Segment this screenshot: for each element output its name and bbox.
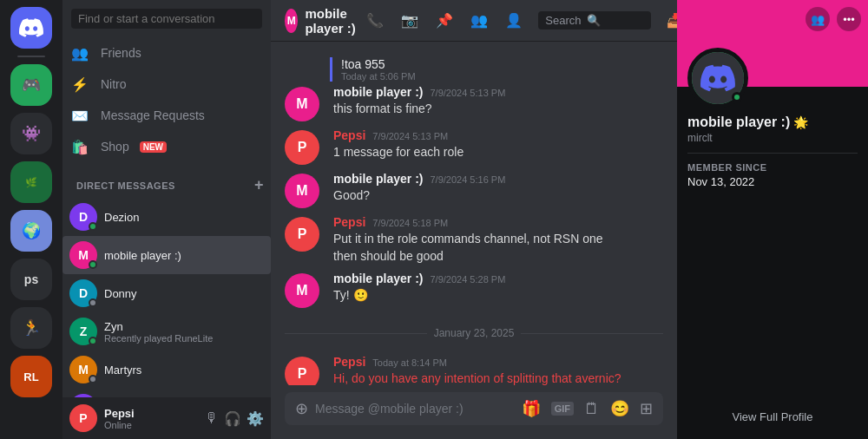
message-group-mobile-3: M mobile player :) 7/9/2024 5:28 PM Ty! …	[271, 270, 677, 310]
pin-icon[interactable]: 📌	[434, 10, 455, 31]
emoji-icon[interactable]: 😊	[610, 399, 629, 418]
msg-avatar-mobile-2: M	[285, 174, 319, 208]
search-box[interactable]: Search 🔍	[538, 11, 651, 29]
add-friends-icon[interactable]: 👤	[503, 10, 524, 31]
sticker-icon[interactable]: 🗒	[584, 400, 600, 418]
server-rail: 🎮 👾 🌿 🌍 ps 🏃 RL	[0, 0, 62, 439]
status-martyrs	[89, 375, 97, 383]
mute-button[interactable]: 🎙	[205, 410, 219, 427]
dm-user-dezion[interactable]: D Dezion	[62, 198, 271, 236]
server-icon-1[interactable]: 🎮	[10, 64, 52, 106]
shop-new-badge: NEW	[140, 141, 167, 153]
msg-ts-pepsi-1: 7/9/2024 5:13 PM	[372, 131, 448, 141]
zyn-sub: Recently played RuneLite	[104, 333, 213, 344]
msg-text-pepsi-2a: Put it in the role commands channel, not…	[333, 231, 663, 248]
nav-friends[interactable]: 👥 Friends	[62, 37, 271, 69]
member-since-label: Member Since	[687, 162, 858, 173]
self-avatar: P	[69, 404, 97, 432]
find-conversation-input[interactable]	[71, 9, 262, 29]
messages-container: !toa 955 Today at 5:06 PM M mobile playe…	[271, 42, 677, 385]
message-group-mobile-2: M mobile player :) 7/9/2024 5:16 PM Good…	[271, 170, 677, 210]
avatar-zyn: Z	[69, 318, 97, 345]
add-dm-button[interactable]: +	[254, 176, 264, 194]
avatar-dezion: D	[69, 203, 97, 231]
msg-avatar-mobile: M	[285, 87, 319, 121]
view-full-profile-button[interactable]: View Full Profile	[687, 405, 858, 429]
profile-banner: 👥 •••	[677, 0, 868, 87]
friends-icon: 👥	[69, 43, 90, 63]
msg-ts-mobile-2: 7/9/2024 5:16 PM	[430, 174, 505, 185]
dm-section-header: DIRECT MESSAGES +	[62, 162, 271, 198]
status-donny	[89, 298, 97, 307]
avatar-tide: T	[69, 394, 97, 397]
user-panel: P Pepsi Online 🎙 🎧 ⚙️	[62, 397, 271, 439]
profile-overflow-menu[interactable]: •••	[837, 7, 861, 31]
gift-icon[interactable]: 🎁	[522, 399, 541, 418]
msg-author-pepsi-2: Pepsi	[333, 215, 365, 229]
gif-button[interactable]: GIF	[551, 402, 574, 416]
inbox-icon[interactable]: 📥	[665, 10, 677, 31]
avatar-martyrs: M	[69, 356, 97, 383]
profile-more-options[interactable]: 👥	[806, 7, 830, 31]
status-mobile-player	[89, 260, 97, 269]
dm-sidebar: 👥 Friends ⚡ Nitro ✉️ Message Requests 🛍️…	[62, 0, 271, 439]
msg-avatar-mobile-3: M	[285, 273, 319, 308]
server-icon-2[interactable]: 👾	[10, 113, 52, 154]
settings-button[interactable]: ⚙️	[247, 410, 264, 427]
username-zyn: Zyn	[104, 320, 213, 333]
msg-ts-pepsi-2: 7/9/2024 5:18 PM	[372, 218, 448, 228]
message-requests-icon: ✉️	[69, 105, 90, 126]
chat-area: M mobile player :) 📞 📷 📌 👥 👤 Search 🔍 📥 …	[271, 0, 677, 439]
server-icon-3[interactable]: 🌿	[10, 161, 52, 203]
server-icon-6[interactable]: 🏃	[10, 307, 52, 349]
profile-panel: 👥 ••• mobile player :) 🌟 mirclt Member S…	[677, 0, 868, 439]
deafen-button[interactable]: 🎧	[224, 410, 241, 427]
members-icon[interactable]: 👥	[469, 10, 490, 31]
status-dezion	[89, 222, 97, 231]
profile-display-name: mobile player :) 🌟	[687, 115, 858, 130]
server-icon-5[interactable]: ps	[10, 259, 52, 300]
msg-author-mobile: mobile player :)	[333, 85, 423, 99]
nav-nitro[interactable]: ⚡ Nitro	[62, 69, 271, 100]
phone-icon[interactable]: 📞	[365, 10, 385, 31]
nav-message-requests[interactable]: ✉️ Message Requests	[62, 100, 271, 131]
message-group-pepsi-1: P Pepsi 7/9/2024 5:13 PM 1 message for e…	[271, 127, 677, 167]
msg-ts-1: 7/9/2024 5:13 PM	[430, 88, 505, 98]
video-icon[interactable]: 📷	[399, 10, 420, 31]
msg-text-pepsi-1: 1 message for each role	[333, 144, 663, 161]
add-message-button[interactable]: ⊕	[295, 399, 308, 418]
toa-command: !toa 955	[341, 57, 416, 71]
discord-home-button[interactable]	[10, 7, 52, 49]
apps-icon[interactable]: ⊞	[640, 399, 653, 418]
nav-shop[interactable]: 🛍️ Shop NEW	[62, 131, 271, 162]
message-group-mobile-1: M mobile player :) 7/9/2024 5:13 PM this…	[271, 83, 677, 123]
app-container: 🎮 👾 🌿 🌍 ps 🏃 RL 👥 Friends ⚡ Nitro ✉️ Mes…	[0, 0, 868, 439]
msg-author-pepsi-1: Pepsi	[333, 128, 365, 142]
message-group-pepsi-mention: P Pepsi Today at 8:14 PM Hi, do you have…	[271, 353, 677, 385]
chat-header-name: mobile player :)	[305, 6, 358, 36]
msg-text-pepsi-mention: Hi, do you have any intention of splitti…	[333, 370, 663, 385]
server-icon-runelite[interactable]: RL	[10, 356, 52, 397]
msg-ts-pepsi-mention: Today at 8:14 PM	[372, 357, 447, 368]
dm-user-mobile-player[interactable]: M mobile player :)	[62, 236, 271, 274]
msg-avatar-pepsi-mention: P	[285, 357, 319, 385]
dm-user-martyrs[interactable]: M Martyrs	[62, 351, 271, 389]
username-dezion: Dezion	[104, 211, 139, 224]
toa-timestamp: Today at 5:06 PM	[341, 71, 416, 82]
dm-user-donny[interactable]: D Donny	[62, 274, 271, 312]
date-separator-text: January 23, 2025	[434, 327, 515, 339]
shop-icon: 🛍️	[69, 136, 90, 157]
server-icon-4[interactable]: 🌍	[10, 210, 52, 252]
message-input[interactable]	[315, 392, 515, 425]
msg-author-mobile-2: mobile player :)	[333, 172, 423, 186]
chat-input-area: ⊕ 🎁 GIF 🗒 😊 ⊞	[271, 385, 677, 439]
avatar-mobile-player: M	[69, 241, 97, 269]
dm-user-zyn[interactable]: Z Zyn Recently played RuneLite	[62, 312, 271, 351]
date-separator: January 23, 2025	[271, 313, 677, 353]
msg-text-mobile-3: Ty! 🙂	[333, 287, 663, 305]
self-status: Online	[104, 420, 198, 430]
dm-search-area	[62, 0, 271, 37]
dm-user-tide[interactable]: T Tide	[62, 389, 271, 397]
profile-online-indicator	[732, 92, 742, 102]
chat-header: M mobile player :) 📞 📷 📌 👥 👤 Search 🔍 📥 …	[271, 0, 677, 42]
